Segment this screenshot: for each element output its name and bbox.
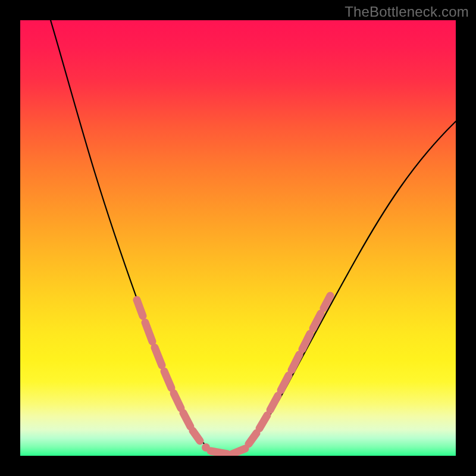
svg-line-11 [259,415,267,428]
svg-line-14 [292,355,299,370]
svg-line-12 [270,396,278,410]
svg-line-3 [164,371,171,388]
bottleneck-curve [51,20,456,455]
svg-line-4 [174,393,181,408]
svg-line-6 [193,431,200,441]
svg-line-9 [232,449,245,454]
beads-left-branch [137,300,200,441]
svg-line-0 [137,300,143,316]
watermark-text: TheBottleneck.com [345,4,469,20]
svg-line-5 [183,413,190,427]
svg-line-15 [302,334,310,349]
svg-line-2 [155,347,162,365]
beads-valley-floor [202,443,245,454]
outer-frame: TheBottleneck.com [0,0,476,476]
beads-right-branch [249,296,330,444]
plot-area [20,20,456,456]
svg-line-8 [211,451,227,454]
svg-line-1 [145,322,152,342]
curve-svg [20,20,456,456]
svg-line-10 [249,433,256,444]
svg-line-13 [281,375,289,390]
